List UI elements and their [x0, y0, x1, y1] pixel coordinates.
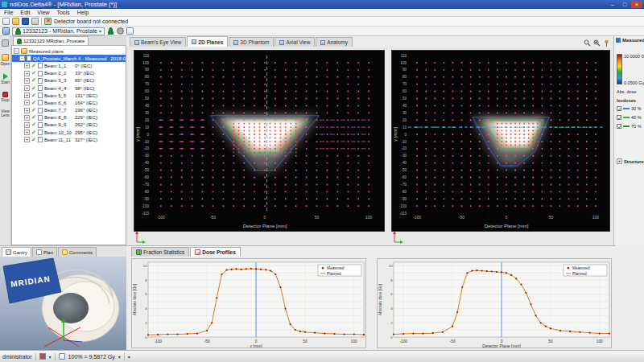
side-button-stop[interactable]: Stop [1, 92, 9, 102]
detector-plane-plot-left[interactable]: 1101009080706050403020100-10-20-30-40-50… [134, 50, 385, 232]
expand-icon[interactable] [24, 63, 30, 68]
open-folder-icon[interactable] [12, 18, 19, 25]
minimize-button[interactable]: – [607, 1, 618, 8]
x-axis-label: Detector Plane [mm] [482, 343, 521, 348]
maximize-button[interactable]: □ [619, 1, 630, 8]
new-document-icon[interactable] [2, 18, 10, 25]
beam-angle: 65° (IEC) [75, 78, 95, 83]
svg-text:50: 50 [548, 339, 553, 343]
legend-header[interactable]: Measured D [614, 36, 644, 44]
pin-icon[interactable] [603, 39, 610, 47]
tree-root[interactable]: Measured plans [12, 47, 126, 55]
chevron-down-icon[interactable] [118, 354, 121, 360]
dose-scale-icon[interactable] [59, 353, 65, 360]
isodose-item[interactable]: 70 % [617, 124, 642, 129]
tab-label: Anatomy [327, 39, 348, 45]
tree-beam-row[interactable]: Beam 10_10295° (IEC) [12, 129, 126, 136]
collapse-icon[interactable] [19, 56, 25, 61]
measured-point [393, 333, 394, 335]
expand-icon[interactable] [24, 130, 30, 135]
chart-icon[interactable] [126, 27, 134, 35]
expand-icon[interactable] [617, 158, 622, 164]
machine-tab-plan[interactable]: Plan [32, 247, 57, 257]
expand-icon[interactable] [24, 122, 30, 128]
measured-point [496, 271, 497, 273]
computer-icon[interactable] [2, 27, 10, 35]
plan-name: QA_Prostate_March 4 - Measured [33, 56, 106, 61]
tree-beam-row[interactable]: Beam 9_9262° (IEC) [12, 121, 126, 129]
beam-name: Beam 7_7 [44, 108, 73, 113]
close-button[interactable]: × [631, 1, 642, 8]
machine-tab-gantry[interactable]: Gantry [2, 247, 31, 257]
isodose-item[interactable]: 40 % [617, 115, 642, 120]
title-bar[interactable]: ndiDos.Delta4® - [MRidian, Prostate (*)]… [0, 0, 644, 9]
menu-file[interactable]: File [4, 10, 13, 15]
tree-beam-row[interactable]: Beam 6_6164° (IEC) [12, 99, 126, 106]
chevron-down-icon[interactable] [128, 354, 130, 360]
measured-point [599, 333, 601, 335]
tree-beam-row[interactable]: Beam 7_7196° (IEC) [12, 107, 126, 114]
expand-icon[interactable] [24, 71, 30, 76]
machine-tab-comments[interactable]: Comments [58, 247, 97, 257]
side-button-view-less[interactable]: View Less [0, 109, 10, 117]
zoom-in-icon[interactable] [593, 39, 601, 47]
view-tab-3d-phantom[interactable]: 3D Phantom [229, 37, 274, 47]
tree-beam-row[interactable]: Beam 1_10° (IEC) [12, 62, 126, 69]
checkbox[interactable] [617, 115, 621, 120]
analysis-tab-dose-profiles[interactable]: Dose Profiles [190, 247, 241, 257]
chevron-down-icon[interactable] [49, 354, 52, 360]
side-button-wrench-icon[interactable] [2, 39, 9, 47]
expand-icon[interactable] [24, 108, 30, 113]
patient-selector[interactable]: 12332123 - MRidian, Prostate [12, 27, 105, 35]
detector-plane-plot-right[interactable]: 1101009080706050403020100-10-20-30-40-50… [391, 50, 610, 232]
svg-text:40: 40 [402, 104, 407, 108]
tree-beam-row[interactable]: Beam 5_5131° (IEC) [12, 92, 126, 99]
gear-icon[interactable] [117, 27, 124, 35]
gantry-3d-view[interactable]: MRIDIAN [0, 257, 126, 351]
beam-icon [38, 130, 43, 135]
tree-beam-row[interactable]: Beam 2_233° (IEC) [12, 70, 126, 77]
svg-text:50: 50 [145, 97, 150, 101]
side-button-label: Open [0, 62, 10, 66]
measured-point [486, 270, 488, 272]
beam-name: Beam 8_8 [44, 115, 73, 120]
structures-section[interactable]: Structures [617, 158, 644, 164]
expand-icon[interactable] [24, 100, 30, 105]
expand-icon[interactable] [24, 115, 30, 121]
tree-plan-selected[interactable]: QA_Prostate_March 4 - Measured 2018-03-1… [12, 55, 126, 62]
menu-view[interactable]: View [37, 10, 49, 15]
menu-edit[interactable]: Edit [20, 10, 30, 15]
side-button-open[interactable]: Open [0, 54, 10, 66]
print-icon[interactable] [31, 18, 39, 25]
menu-tools[interactable]: Tools [56, 10, 69, 15]
x-axis-label: Detector Plane [mm] [243, 224, 287, 228]
expand-icon[interactable] [24, 78, 30, 84]
analysis-tab-fraction-statistics[interactable]: Fraction Statistics [131, 247, 189, 257]
patient-icon[interactable] [107, 27, 114, 35]
view-tab-axial-view[interactable]: Axial View [275, 37, 315, 47]
measured-point [353, 333, 355, 335]
checkbox[interactable] [617, 106, 621, 111]
svg-text:-50: -50 [450, 339, 456, 343]
side-button-start[interactable]: Start [1, 73, 10, 84]
detector-status-icon[interactable] [39, 353, 46, 360]
expand-icon[interactable] [24, 85, 30, 91]
view-tab-beam-s-eye-view[interactable]: Beam's Eye View [130, 37, 186, 47]
expand-icon[interactable] [24, 137, 30, 142]
isodose-item[interactable]: 30 % [617, 106, 642, 111]
expand-icon[interactable] [24, 93, 30, 98]
patient-tab[interactable]: 12332123 MRidian, Prostate [13, 36, 89, 45]
collapse-icon[interactable] [14, 48, 19, 54]
tree-beam-row[interactable]: Beam 3_365° (IEC) [12, 77, 126, 84]
menu-help[interactable]: Help [77, 10, 89, 15]
zoom-icon[interactable] [584, 39, 591, 47]
checkbox[interactable] [617, 124, 621, 129]
view-tab-anatomy[interactable]: Anatomy [316, 37, 353, 47]
tree-beam-row[interactable]: Beam 4_498° (IEC) [12, 84, 126, 92]
beam-name: Beam 3_3 [44, 78, 73, 83]
tree-beam-row[interactable]: Beam 8_8229° (IEC) [12, 114, 126, 121]
view-tab-2d-planes[interactable]: 2D Planes [187, 36, 228, 47]
measured-point [157, 334, 159, 335]
tree-beam-row[interactable]: Beam 11_11327° (IEC) [12, 136, 126, 143]
save-icon[interactable] [22, 18, 29, 25]
